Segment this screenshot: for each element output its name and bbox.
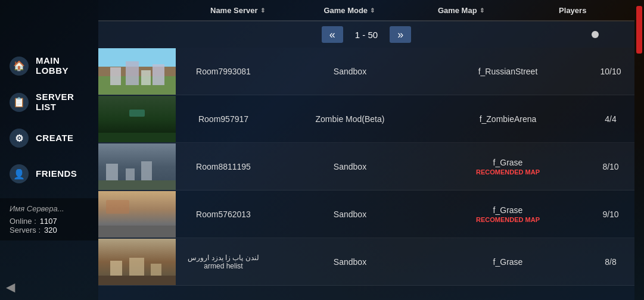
server-thumbnail: [98, 96, 176, 142]
server-thumbnail: [98, 143, 176, 190]
scrollbar[interactable]: [634, 0, 644, 300]
th-game-mode[interactable]: Game Mode ⇕: [294, 6, 406, 15]
building: [129, 258, 144, 276]
next-page-button[interactable]: »: [390, 26, 411, 43]
server-map: f_Grase: [429, 257, 587, 267]
building: [110, 67, 121, 85]
island: [129, 110, 145, 117]
ground: [98, 180, 176, 190]
prev-page-button[interactable]: «: [322, 26, 343, 43]
server-name: لندن پاب زا یدزد ارورس armed helist: [176, 254, 271, 270]
sort-arrow-name: ⇕: [260, 7, 265, 14]
server-map: f_RussianStreet: [429, 67, 587, 76]
server-mode: Sandbox: [271, 210, 429, 219]
pagination-bar: « 1 - 50 »: [98, 21, 634, 48]
server-map: f_Grase RECOMENDED MAP: [429, 158, 587, 176]
pagination-range: 1 - 50: [355, 30, 378, 40]
server-list-icon: 📋: [10, 93, 29, 112]
home-icon: 🏠: [10, 57, 29, 76]
main-content: Name Server ⇕ Game Mode ⇕ Game Map ⇕ Pla…: [98, 0, 634, 300]
building: [141, 161, 152, 180]
building: [106, 164, 118, 180]
server-thumbnail: [98, 48, 176, 95]
th-players[interactable]: Players: [517, 6, 629, 15]
scene-arabic: [98, 239, 176, 285]
sidebar-label-friends: FRIENDS: [36, 169, 77, 179]
server-mode: Sandbox: [271, 162, 429, 171]
pagination-dot: [592, 31, 599, 38]
server-mode: Sandbox: [271, 67, 429, 76]
sidebar-label-main-lobby: MAIN LOBBY: [36, 56, 69, 76]
ground: [98, 276, 176, 285]
server-mode: Zombie Mod(Beta): [271, 114, 429, 124]
server-players: 10/10: [587, 67, 634, 76]
server-name: Room8811195: [176, 162, 271, 171]
server-thumbnail: [98, 191, 176, 238]
building: [126, 61, 139, 85]
scene-zombie-arena: [98, 96, 176, 142]
servers-value: 320: [44, 226, 57, 235]
friends-icon: 👤: [10, 164, 29, 183]
server-map: f_ZombieArena: [429, 114, 587, 124]
building: [153, 64, 164, 85]
th-name-server[interactable]: Name Server ⇕: [182, 6, 294, 15]
table-row[interactable]: Room7993081 Sandbox f_RussianStreet 10/1…: [98, 48, 634, 95]
server-name: Room5762013: [176, 210, 271, 219]
ground: [98, 133, 176, 142]
server-players: 8/8: [587, 257, 634, 267]
sidebar-item-main-lobby[interactable]: 🏠 MAIN LOBBY: [0, 48, 98, 84]
table-row[interactable]: Room957917 Zombie Mod(Beta) f_ZombieAren…: [98, 95, 634, 143]
server-players: 9/10: [587, 210, 634, 219]
table-row[interactable]: Room8811195 Sandbox f_Grase RECOMENDED M…: [98, 143, 634, 190]
server-mode: Sandbox: [271, 257, 429, 267]
scene-grase: [98, 143, 176, 190]
table-row[interactable]: Room5762013 Sandbox f_Grase RECOMENDED M…: [98, 190, 634, 238]
ground: [98, 226, 176, 238]
plane: [106, 200, 129, 214]
server-players: 8/10: [587, 162, 634, 171]
back-arrow[interactable]: ◀: [6, 280, 15, 294]
table-header: Name Server ⇕ Game Mode ⇕ Game Map ⇕ Pla…: [98, 0, 634, 21]
server-players: 4/4: [587, 114, 634, 124]
sort-arrow-mode: ⇕: [370, 7, 375, 14]
table-row[interactable]: لندن پاب زا یدزد ارورس armed helist Sand…: [98, 238, 634, 286]
create-icon: ⚙: [10, 129, 29, 148]
server-map: f_Grase RECOMENDED MAP: [429, 205, 587, 223]
server-thumbnail: [98, 239, 176, 285]
building: [141, 70, 151, 85]
online-label: Online :: [10, 217, 36, 226]
th-game-map[interactable]: Game Map ⇕: [405, 6, 517, 15]
scene-russian-street: [98, 48, 176, 95]
sort-arrow-map: ⇕: [480, 7, 484, 14]
recommended-badge: RECOMENDED MAP: [476, 168, 540, 176]
sidebar-label-create: CREATE: [36, 133, 74, 143]
server-info-servers-row: Servers : 320: [10, 226, 89, 235]
server-info-online-row: Online : 1107: [10, 217, 89, 226]
building: [110, 261, 122, 276]
recommended-badge: RECOMENDED MAP: [476, 216, 540, 223]
sidebar: 🏠 MAIN LOBBY 📋 SERVER LIST ⚙ CREATE 👤 FR…: [0, 0, 98, 300]
server-info: Имя Сервера... Online : 1107 Servers : 3…: [0, 198, 98, 240]
sidebar-label-server-list: SERVER LIST: [36, 92, 74, 112]
ground: [98, 85, 176, 95]
sidebar-item-create[interactable]: ⚙ CREATE: [0, 120, 98, 156]
building: [151, 264, 161, 276]
servers-label: Servers :: [10, 226, 41, 235]
sidebar-item-friends[interactable]: 👤 FRIENDS: [0, 156, 98, 192]
building: [126, 168, 135, 180]
server-name: Room957917: [176, 114, 271, 124]
scene-grase2: [98, 191, 176, 238]
online-value: 1107: [40, 217, 57, 226]
server-info-title: Имя Сервера...: [10, 204, 89, 213]
server-name: Room7993081: [176, 67, 271, 76]
scrollbar-thumb[interactable]: [636, 6, 642, 54]
sidebar-item-server-list[interactable]: 📋 SERVER LIST: [0, 84, 98, 120]
server-list: Room7993081 Sandbox f_RussianStreet 10/1…: [98, 48, 634, 300]
